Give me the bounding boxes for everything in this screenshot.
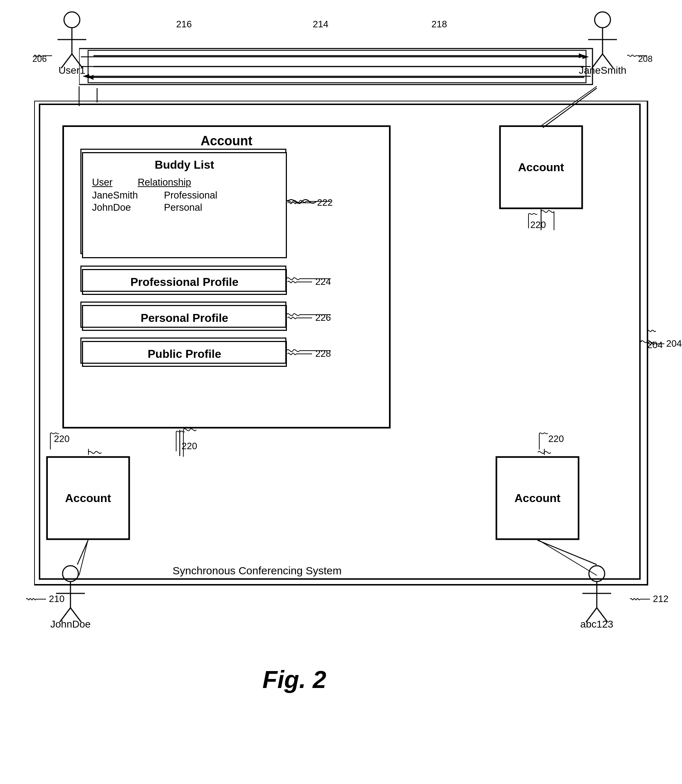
diagram-container: User1 206 JaneSmith 208 216 214 — [0, 0, 682, 784]
top-right-account-label: Account — [518, 161, 564, 174]
ref-220-bottomright: 220 — [532, 431, 561, 453]
svg-point-30 — [64, 12, 80, 28]
bottom-left-account-box: Account — [47, 457, 129, 540]
professional-profile-box: Professional Profile — [82, 269, 287, 295]
squiggle-224 — [287, 278, 314, 286]
svg-point-51 — [62, 566, 78, 581]
ref-220-bottomleft: 220 — [36, 431, 65, 453]
svg-rect-5 — [88, 50, 586, 83]
buddy-list-content: User Relationship JaneSmith Professional… — [83, 175, 286, 219]
squiggle-204-line — [647, 339, 665, 348]
ref-208: 208 — [626, 50, 651, 63]
ref-204-label: 204 — [647, 338, 682, 349]
buddy-col2-header: Relationship — [138, 177, 191, 188]
bottom-right-account-label: Account — [515, 492, 561, 505]
buddy-col1-header: User — [92, 177, 113, 188]
ref-224: 224 — [315, 276, 331, 287]
svg-line-25 — [541, 86, 597, 126]
ref-220-topright: 220 — [518, 212, 539, 232]
svg-line-74 — [77, 540, 88, 565]
svg-line-75 — [537, 540, 597, 565]
janesmith-person: JaneSmith — [579, 11, 626, 76]
abc123-figure — [579, 565, 615, 622]
svg-point-57 — [589, 566, 605, 581]
ref-206: 206 — [32, 50, 54, 63]
svg-point-36 — [594, 12, 610, 28]
ref-226: 226 — [315, 312, 331, 323]
abc123-label: abc123 — [580, 619, 613, 630]
user1-person: User1 — [54, 11, 90, 76]
squiggle-204 — [645, 324, 674, 338]
top-right-account-box: Account — [500, 126, 582, 209]
ref-222-group: 222 — [287, 197, 333, 208]
buddy-row2-rel: Personal — [164, 202, 202, 213]
user1-figure — [54, 11, 90, 68]
ref-228: 228 — [315, 348, 331, 359]
public-profile-box: Public Profile — [82, 341, 287, 367]
ref-222: 222 — [317, 197, 333, 208]
buddy-row1-user: JaneSmith — [92, 190, 139, 201]
system-label: Synchronous Conferencing System — [172, 565, 341, 577]
personal-profile-label: Personal Profile — [140, 311, 228, 325]
main-account-box: Account Buddy List User Relationship Jan… — [63, 126, 390, 428]
professional-profile-label: Professional Profile — [131, 275, 239, 289]
buddy-list-title: Buddy List — [83, 153, 286, 175]
janesmith-figure — [585, 11, 620, 68]
ref-226-group: 226 — [287, 312, 331, 323]
user1-label: User1 — [59, 65, 86, 76]
squiggle-212 — [628, 594, 652, 604]
public-profile-label: Public Profile — [148, 347, 221, 361]
main-account-title: Account — [64, 127, 389, 153]
svg-rect-63 — [79, 49, 593, 85]
ref-212: 212 — [628, 593, 668, 605]
ref-214: 214 — [313, 19, 328, 30]
comm-arrows-svg — [79, 47, 593, 86]
bottom-right-account-box: Account — [496, 457, 579, 540]
ref-218: 218 — [432, 19, 447, 30]
svg-line-72 — [543, 88, 597, 128]
squiggle-226 — [287, 314, 314, 322]
abc123-person: abc123 — [579, 565, 615, 630]
squiggle-222 — [287, 198, 316, 207]
ref-220-main-bottom: 220 — [158, 430, 194, 455]
squiggle-228 — [287, 350, 314, 358]
bottom-left-account-label: Account — [65, 492, 111, 505]
personal-profile-box: Personal Profile — [82, 305, 287, 331]
fig-label: Fig. 2 — [263, 665, 327, 693]
ref-224-group: 224 — [287, 276, 331, 287]
ref-228-group: 228 — [287, 348, 331, 359]
ref-210: 210 — [24, 593, 64, 605]
janesmith-label: JaneSmith — [579, 65, 626, 76]
buddy-row1-rel: Professional — [164, 190, 218, 201]
johndoe-label: JohnDoe — [50, 619, 91, 630]
buddy-list-box: Buddy List User Relationship JaneSmith P… — [82, 152, 287, 258]
buddy-row2-user: JohnDoe — [92, 202, 139, 213]
squiggle-210 — [24, 594, 48, 604]
ref-216: 216 — [176, 19, 191, 30]
